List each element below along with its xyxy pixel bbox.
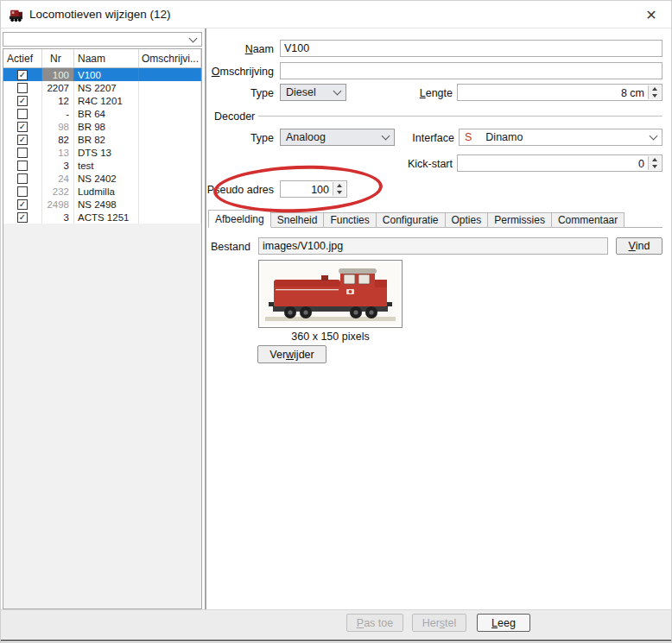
lengte-label: Lengte: [378, 87, 453, 99]
nr-cell: 232: [42, 185, 74, 198]
locomotive-photo-drawing: [261, 262, 400, 325]
bestand-label: Bestand: [211, 241, 256, 253]
lengte-spinner[interactable]: 8 cm: [457, 84, 662, 101]
kick-start-spinner[interactable]: 0: [457, 154, 662, 172]
decoder-group-label: Decoder: [214, 110, 266, 123]
actief-cell: [3, 172, 42, 185]
naam-cell: NS 2498: [74, 198, 139, 211]
actief-checkbox[interactable]: ✓: [17, 212, 28, 223]
table-row[interactable]: ✓ 98 BR 98: [3, 120, 201, 133]
kick-start-label: Kick-start: [378, 158, 453, 170]
omschrijving-cell: [139, 146, 201, 159]
locomotives-edit-dialog: Locomotieven wijzigen (12) ✕ Actief Nr N…: [0, 0, 672, 643]
table-row[interactable]: - BR 64: [3, 107, 201, 120]
actief-cell: ✓: [3, 211, 42, 224]
actief-checkbox[interactable]: ✓: [17, 70, 28, 80]
omschrijving-cell: [139, 107, 201, 120]
actief-checkbox[interactable]: [17, 148, 28, 158]
column-header-naam[interactable]: Naam: [74, 49, 139, 67]
pas-toe-button[interactable]: Pas toe: [346, 614, 403, 632]
verwijder-button[interactable]: Verwijder: [257, 345, 326, 363]
table-header: Actief Nr Naam Omschrijvi...: [3, 49, 201, 68]
tab-bar: AfbeeldingSnelheidFunctiesConfiguratieOp…: [208, 210, 662, 228]
table-row[interactable]: ✓ 3 ACTS 1251: [3, 211, 201, 224]
nr-cell: 82: [42, 133, 74, 146]
close-icon[interactable]: ✕: [640, 4, 662, 25]
omschrijving-cell: [139, 211, 201, 224]
pane-divider: [205, 28, 206, 640]
decoder-group-rule: [258, 116, 662, 117]
omschrijving-input[interactable]: [280, 62, 662, 79]
leeg-button[interactable]: Leeg: [477, 614, 530, 632]
naam-cell: DTS 13: [74, 146, 139, 159]
spinner-down-icon[interactable]: [649, 163, 661, 170]
herstel-button[interactable]: Herstel: [412, 614, 466, 632]
table-row[interactable]: 2207 NS 2207: [3, 81, 201, 94]
table-row[interactable]: ✓ 82 BR 82: [3, 133, 201, 146]
table-row[interactable]: 3 test: [3, 159, 201, 172]
tab-snelheid[interactable]: Snelheid: [271, 212, 325, 228]
actief-cell: ✓: [3, 120, 42, 133]
locomotive-rows: ✓ 100 V100 2207 NS 2207 ✓ 12 R4C 1201 - …: [3, 68, 201, 224]
tab-afbeelding[interactable]: Afbeelding: [208, 210, 271, 228]
actief-checkbox[interactable]: [17, 186, 28, 197]
spinner-up-icon[interactable]: [649, 85, 661, 92]
omschrijving-cell: [139, 120, 201, 133]
tab-permissies[interactable]: Permissies: [488, 212, 552, 228]
table-row[interactable]: ✓ 2498 NS 2498: [3, 198, 201, 211]
vind-button[interactable]: Vind: [616, 237, 662, 255]
nr-cell: 2207: [42, 81, 74, 94]
tab-opties[interactable]: Opties: [446, 212, 489, 228]
omschrijving-cell: [139, 172, 201, 185]
tab-commentaar[interactable]: Commentaar: [552, 212, 624, 228]
type-label: Type: [200, 87, 274, 99]
actief-checkbox[interactable]: [17, 83, 28, 93]
interface-prefix: S: [465, 131, 472, 143]
naam-cell: R4C 1201: [74, 94, 139, 107]
naam-cell: Ludmilla: [74, 185, 139, 198]
chevron-down-icon: [333, 87, 342, 96]
actief-checkbox[interactable]: [17, 173, 28, 184]
omschrijving-cell: [139, 94, 201, 107]
footer-strip: [1, 609, 672, 640]
nr-cell: 3: [42, 159, 74, 172]
actief-checkbox[interactable]: [17, 161, 28, 171]
actief-cell: ✓: [3, 198, 42, 211]
actief-cell: [3, 146, 42, 159]
actief-cell: [3, 185, 42, 198]
actief-checkbox[interactable]: ✓: [17, 199, 28, 210]
column-header-omschrijving[interactable]: Omschrijvi...: [139, 49, 201, 67]
omschrijving-label: Omschrijving: [200, 66, 274, 78]
spinner-up-icon[interactable]: [649, 156, 661, 163]
locomotive-icon: [9, 8, 23, 22]
interface-dropdown[interactable]: S Dinamo: [459, 129, 662, 146]
omschrijving-cell: [139, 81, 201, 94]
table-row[interactable]: 232 Ludmilla: [3, 185, 201, 198]
title-bar: Locomotieven wijzigen (12) ✕: [1, 1, 672, 28]
type-dropdown[interactable]: Diesel: [280, 84, 346, 101]
table-row[interactable]: ✓ 12 R4C 1201: [3, 94, 201, 107]
column-header-nr[interactable]: Nr: [42, 49, 74, 67]
naam-input[interactable]: [280, 40, 662, 57]
decoder-type-dropdown[interactable]: Analoog: [280, 129, 395, 146]
tab-functies[interactable]: Functies: [324, 212, 376, 228]
interface-label: Interface: [390, 132, 454, 144]
table-row[interactable]: 24 NS 2402: [3, 172, 201, 185]
locomotive-filter-dropdown[interactable]: [3, 32, 202, 47]
spinner-down-icon[interactable]: [649, 92, 661, 99]
actief-checkbox[interactable]: [17, 109, 28, 119]
column-header-actief[interactable]: Actief: [3, 49, 42, 67]
actief-checkbox[interactable]: ✓: [17, 96, 28, 106]
naam-cell: BR 64: [74, 107, 139, 120]
omschrijving-cell: [139, 133, 201, 146]
actief-cell: [3, 81, 42, 94]
actief-checkbox[interactable]: ✓: [17, 122, 28, 132]
table-row[interactable]: 13 DTS 13: [3, 146, 201, 159]
chevron-down-icon: [650, 132, 658, 141]
filter-input[interactable]: [5, 33, 182, 46]
tab-configuratie[interactable]: Configuratie: [377, 212, 446, 228]
bestand-input[interactable]: [258, 237, 608, 255]
table-row[interactable]: ✓ 100 V100: [3, 68, 201, 81]
dialog-bottom-edge: [1, 640, 672, 641]
actief-checkbox[interactable]: ✓: [17, 135, 28, 145]
